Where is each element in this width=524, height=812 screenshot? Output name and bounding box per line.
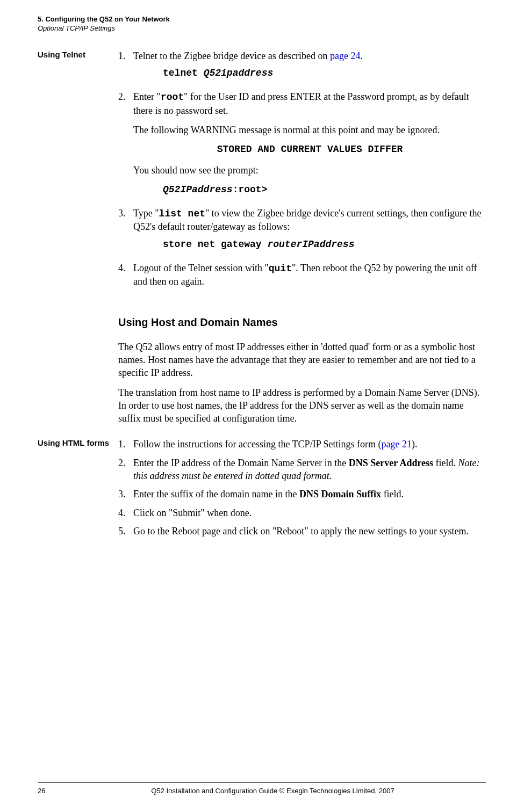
list-number: 5.: [118, 525, 133, 538]
text: " for the User ID and press ENTER at the…: [133, 91, 469, 115]
code-store-gateway: store net gateway routerIPaddress: [163, 238, 486, 251]
bold-dns-domain-suffix: DNS Domain Suffix: [299, 489, 381, 499]
list-number: 1.: [118, 49, 133, 85]
paragraph: The Q52 allows entry of most IP addresse…: [118, 340, 486, 380]
page-number: 26: [38, 786, 59, 796]
list-number: 4.: [118, 262, 133, 288]
text: Click on "Submit" when done.: [133, 506, 486, 519]
heading-host-domain: Using Host and Domain Names: [118, 315, 486, 330]
sidehead-using-html-forms: Using HTML forms: [38, 438, 118, 543]
code-list-net: list net: [159, 208, 205, 219]
warning-intro: The following WARNING message is normal …: [133, 124, 486, 136]
link-page-24[interactable]: page 24: [330, 50, 360, 61]
page-header: 5. Configuring the Q52 on Your Network O…: [38, 15, 486, 33]
using-telnet-block: Using Telnet 1. Telnet to the Zigbee bri…: [38, 49, 486, 294]
text: Telnet to the Zigbee bridge device as de…: [133, 50, 330, 61]
text: Logout of the Telnet session with ": [133, 263, 269, 273]
list-number: 1.: [118, 438, 133, 451]
host-domain-block: Using Host and Domain Names The Q52 allo…: [38, 300, 486, 432]
footer-text: Q52 Installation and Configuration Guide…: [59, 786, 486, 796]
text: Go to the Reboot page and click on "Rebo…: [133, 525, 486, 538]
text: Follow the instructions for accessing th…: [133, 439, 381, 450]
warning-message: STORED AND CURRENT VALUES DIFFER: [133, 143, 486, 156]
text: Type ": [133, 208, 159, 219]
using-html-forms-block: Using HTML forms 1. Follow the instructi…: [38, 438, 486, 543]
prompt-intro: You should now see the prompt:: [133, 164, 486, 177]
text: ).: [412, 439, 418, 450]
text: Enter the suffix of the domain name in t…: [133, 489, 299, 499]
code-prompt: Q52IPaddress:root>: [163, 183, 486, 196]
text: .: [361, 50, 363, 61]
telnet-step-1: 1. Telnet to the Zigbee bridge device as…: [118, 49, 486, 85]
list-number: 3.: [118, 207, 133, 256]
code-quit: quit: [269, 263, 292, 274]
html-step-5: 5. Go to the Reboot page and click on "R…: [118, 525, 486, 538]
text: field.: [381, 489, 404, 499]
section-title: Optional TCP/IP Settings: [38, 24, 486, 33]
paragraph: The translation from host name to IP add…: [118, 386, 486, 425]
text: Enter ": [133, 91, 161, 102]
sidehead-using-telnet: Using Telnet: [38, 49, 118, 294]
list-number: 3.: [118, 488, 133, 501]
html-step-2: 2. Enter the IP address of the Domain Na…: [118, 456, 486, 483]
page-footer: 26 Q52 Installation and Configuration Gu…: [38, 782, 486, 796]
code-telnet-cmd: telnet Q52ipaddress: [163, 67, 486, 79]
list-number: 2.: [118, 456, 133, 483]
code-root: root: [161, 92, 184, 103]
text: field.: [433, 458, 458, 468]
telnet-step-4: 4. Logout of the Telnet session with "qu…: [118, 262, 486, 288]
telnet-step-3: 3. Type "list net" to view the Zigbee br…: [118, 207, 486, 256]
html-step-4: 4. Click on "Submit" when done.: [118, 506, 486, 519]
list-number: 4.: [118, 506, 133, 519]
text: Enter the IP address of the Domain Name …: [133, 458, 349, 468]
link-page-21[interactable]: page 21: [381, 439, 411, 450]
html-step-3: 3. Enter the suffix of the domain name i…: [118, 488, 486, 501]
bold-dns-server-address: DNS Server Address: [349, 458, 433, 468]
list-number: 2.: [118, 90, 133, 201]
html-step-1: 1. Follow the instructions for accessing…: [118, 438, 486, 451]
telnet-step-2: 2. Enter "root" for the User ID and pres…: [118, 90, 486, 201]
chapter-title: 5. Configuring the Q52 on Your Network: [38, 15, 486, 24]
